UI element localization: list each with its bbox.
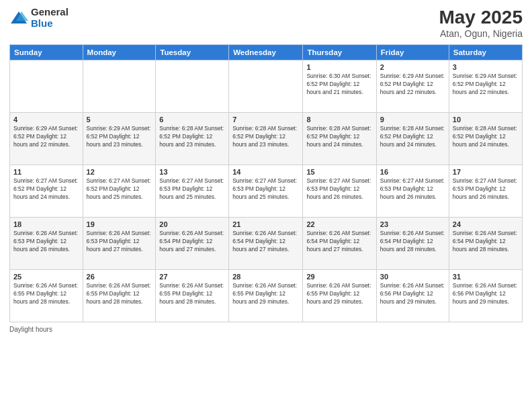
calendar-week-row: 1Sunrise: 6:30 AM Sunset: 6:52 PM Daylig… bbox=[10, 60, 523, 113]
day-number: 17 bbox=[453, 168, 519, 176]
day-info: Sunrise: 6:28 AM Sunset: 6:52 PM Dayligh… bbox=[306, 125, 372, 149]
day-info: Sunrise: 6:27 AM Sunset: 6:53 PM Dayligh… bbox=[159, 177, 225, 201]
day-info: Sunrise: 6:27 AM Sunset: 6:52 PM Dayligh… bbox=[13, 177, 79, 201]
table-row: 19Sunrise: 6:26 AM Sunset: 6:53 PM Dayli… bbox=[83, 218, 156, 270]
day-info: Sunrise: 6:26 AM Sunset: 6:55 PM Dayligh… bbox=[232, 282, 299, 306]
col-monday: Monday bbox=[83, 45, 156, 60]
col-friday: Friday bbox=[376, 45, 449, 60]
title-block: May 2025 Atan, Ogun, Nigeria bbox=[439, 7, 523, 39]
day-info: Sunrise: 6:28 AM Sunset: 6:52 PM Dayligh… bbox=[159, 125, 225, 149]
day-info: Sunrise: 6:26 AM Sunset: 6:55 PM Dayligh… bbox=[87, 282, 152, 306]
day-info: Sunrise: 6:26 AM Sunset: 6:54 PM Dayligh… bbox=[232, 230, 299, 254]
day-info: Sunrise: 6:27 AM Sunset: 6:53 PM Dayligh… bbox=[306, 177, 372, 201]
day-number: 20 bbox=[159, 220, 225, 228]
day-number: 6 bbox=[159, 116, 225, 124]
col-thursday: Thursday bbox=[303, 45, 376, 60]
day-number: 8 bbox=[306, 116, 372, 124]
table-row: 27Sunrise: 6:26 AM Sunset: 6:55 PM Dayli… bbox=[156, 270, 229, 322]
daylight-hours-label: Daylight hours bbox=[9, 326, 52, 333]
table-row: 8Sunrise: 6:28 AM Sunset: 6:52 PM Daylig… bbox=[303, 113, 376, 165]
day-number: 15 bbox=[306, 168, 372, 176]
day-info: Sunrise: 6:29 AM Sunset: 6:52 PM Dayligh… bbox=[453, 73, 519, 97]
table-row: 13Sunrise: 6:27 AM Sunset: 6:53 PM Dayli… bbox=[156, 165, 229, 218]
day-info: Sunrise: 6:26 AM Sunset: 6:55 PM Dayligh… bbox=[306, 282, 372, 306]
table-row: 2Sunrise: 6:29 AM Sunset: 6:52 PM Daylig… bbox=[376, 60, 449, 113]
day-number: 24 bbox=[453, 220, 519, 228]
table-row: 1Sunrise: 6:30 AM Sunset: 6:52 PM Daylig… bbox=[303, 60, 376, 113]
table-row: 15Sunrise: 6:27 AM Sunset: 6:53 PM Dayli… bbox=[303, 165, 376, 218]
table-row: 5Sunrise: 6:29 AM Sunset: 6:52 PM Daylig… bbox=[83, 113, 156, 165]
day-number: 18 bbox=[13, 220, 79, 228]
table-row: 28Sunrise: 6:26 AM Sunset: 6:55 PM Dayli… bbox=[229, 270, 303, 322]
day-info: Sunrise: 6:26 AM Sunset: 6:54 PM Dayligh… bbox=[306, 230, 372, 254]
table-row: 21Sunrise: 6:26 AM Sunset: 6:54 PM Dayli… bbox=[229, 218, 303, 270]
day-info: Sunrise: 6:27 AM Sunset: 6:53 PM Dayligh… bbox=[453, 177, 519, 201]
logo-general-text: General bbox=[31, 7, 69, 18]
day-number: 5 bbox=[87, 116, 152, 124]
day-number: 23 bbox=[380, 220, 445, 228]
day-number: 16 bbox=[380, 168, 445, 176]
calendar-week-row: 11Sunrise: 6:27 AM Sunset: 6:52 PM Dayli… bbox=[10, 165, 523, 218]
table-row bbox=[229, 60, 303, 113]
calendar-location: Atan, Ogun, Nigeria bbox=[439, 28, 523, 39]
day-info: Sunrise: 6:26 AM Sunset: 6:54 PM Dayligh… bbox=[380, 230, 445, 254]
table-row: 25Sunrise: 6:26 AM Sunset: 6:55 PM Dayli… bbox=[10, 270, 83, 322]
table-row: 24Sunrise: 6:26 AM Sunset: 6:54 PM Dayli… bbox=[449, 218, 522, 270]
day-info: Sunrise: 6:26 AM Sunset: 6:53 PM Dayligh… bbox=[87, 230, 152, 254]
day-info: Sunrise: 6:29 AM Sunset: 6:52 PM Dayligh… bbox=[380, 73, 445, 97]
logo: General Blue bbox=[9, 7, 69, 29]
day-info: Sunrise: 6:26 AM Sunset: 6:53 PM Dayligh… bbox=[13, 230, 79, 254]
page: General Blue May 2025 Atan, Ogun, Nigeri… bbox=[0, 0, 532, 411]
table-row: 4Sunrise: 6:29 AM Sunset: 6:52 PM Daylig… bbox=[10, 113, 83, 165]
day-number: 22 bbox=[306, 220, 372, 228]
day-number: 7 bbox=[232, 116, 299, 124]
day-info: Sunrise: 6:29 AM Sunset: 6:52 PM Dayligh… bbox=[87, 125, 152, 149]
day-number: 29 bbox=[306, 273, 372, 281]
day-number: 26 bbox=[87, 273, 152, 281]
day-info: Sunrise: 6:26 AM Sunset: 6:56 PM Dayligh… bbox=[453, 282, 519, 306]
col-sunday: Sunday bbox=[10, 45, 83, 60]
calendar-header-row: Sunday Monday Tuesday Wednesday Thursday… bbox=[10, 45, 523, 60]
table-row: 30Sunrise: 6:26 AM Sunset: 6:56 PM Dayli… bbox=[376, 270, 449, 322]
day-info: Sunrise: 6:30 AM Sunset: 6:52 PM Dayligh… bbox=[306, 73, 372, 97]
header: General Blue May 2025 Atan, Ogun, Nigeri… bbox=[9, 7, 523, 39]
day-number: 12 bbox=[87, 168, 152, 176]
day-info: Sunrise: 6:26 AM Sunset: 6:54 PM Dayligh… bbox=[159, 230, 225, 254]
table-row: 26Sunrise: 6:26 AM Sunset: 6:55 PM Dayli… bbox=[83, 270, 156, 322]
table-row: 17Sunrise: 6:27 AM Sunset: 6:53 PM Dayli… bbox=[449, 165, 522, 218]
day-number: 10 bbox=[453, 116, 519, 124]
table-row: 11Sunrise: 6:27 AM Sunset: 6:52 PM Dayli… bbox=[10, 165, 83, 218]
col-saturday: Saturday bbox=[449, 45, 522, 60]
day-info: Sunrise: 6:27 AM Sunset: 6:53 PM Dayligh… bbox=[380, 177, 445, 201]
day-number: 4 bbox=[13, 116, 79, 124]
calendar-week-row: 18Sunrise: 6:26 AM Sunset: 6:53 PM Dayli… bbox=[10, 218, 523, 270]
logo-blue-text: Blue bbox=[31, 18, 69, 30]
day-number: 28 bbox=[232, 273, 299, 281]
calendar-week-row: 4Sunrise: 6:29 AM Sunset: 6:52 PM Daylig… bbox=[10, 113, 523, 165]
calendar-title: May 2025 bbox=[439, 7, 523, 28]
day-info: Sunrise: 6:27 AM Sunset: 6:52 PM Dayligh… bbox=[87, 177, 152, 201]
day-info: Sunrise: 6:26 AM Sunset: 6:54 PM Dayligh… bbox=[453, 230, 519, 254]
day-info: Sunrise: 6:27 AM Sunset: 6:53 PM Dayligh… bbox=[232, 177, 299, 201]
day-number: 14 bbox=[232, 168, 299, 176]
day-number: 27 bbox=[159, 273, 225, 281]
col-tuesday: Tuesday bbox=[156, 45, 229, 60]
table-row bbox=[10, 60, 83, 113]
day-number: 3 bbox=[453, 63, 519, 71]
table-row: 3Sunrise: 6:29 AM Sunset: 6:52 PM Daylig… bbox=[449, 60, 522, 113]
day-info: Sunrise: 6:26 AM Sunset: 6:55 PM Dayligh… bbox=[13, 282, 79, 306]
table-row: 31Sunrise: 6:26 AM Sunset: 6:56 PM Dayli… bbox=[449, 270, 522, 322]
table-row: 20Sunrise: 6:26 AM Sunset: 6:54 PM Dayli… bbox=[156, 218, 229, 270]
day-info: Sunrise: 6:28 AM Sunset: 6:52 PM Dayligh… bbox=[232, 125, 299, 149]
day-number: 30 bbox=[380, 273, 445, 281]
day-number: 11 bbox=[13, 168, 79, 176]
table-row: 12Sunrise: 6:27 AM Sunset: 6:52 PM Dayli… bbox=[83, 165, 156, 218]
table-row: 16Sunrise: 6:27 AM Sunset: 6:53 PM Dayli… bbox=[376, 165, 449, 218]
day-number: 13 bbox=[159, 168, 225, 176]
table-row: 18Sunrise: 6:26 AM Sunset: 6:53 PM Dayli… bbox=[10, 218, 83, 270]
table-row: 10Sunrise: 6:28 AM Sunset: 6:52 PM Dayli… bbox=[449, 113, 522, 165]
day-number: 21 bbox=[232, 220, 299, 228]
table-row: 23Sunrise: 6:26 AM Sunset: 6:54 PM Dayli… bbox=[376, 218, 449, 270]
day-info: Sunrise: 6:26 AM Sunset: 6:56 PM Dayligh… bbox=[380, 282, 445, 306]
day-number: 25 bbox=[13, 273, 79, 281]
